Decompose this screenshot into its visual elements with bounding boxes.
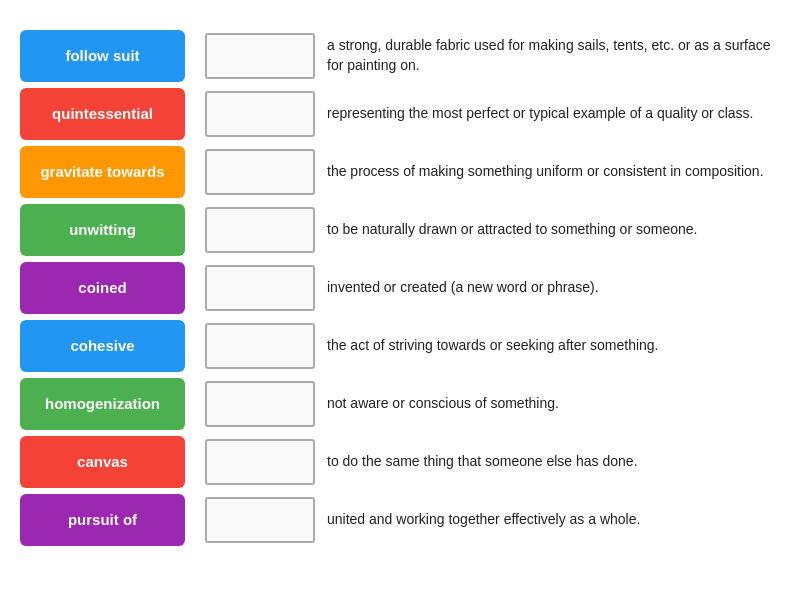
answer-box-2[interactable] — [205, 149, 315, 195]
answer-box-5[interactable] — [205, 323, 315, 369]
main-container: follow suitquintessentialgravitate towar… — [10, 10, 790, 590]
answer-box-4[interactable] — [205, 265, 315, 311]
match-row-3: to be naturally drawn or attracted to so… — [205, 204, 780, 256]
definition-text-5: the act of striving towards or seeking a… — [327, 336, 780, 356]
answer-box-6[interactable] — [205, 381, 315, 427]
definition-text-8: united and working together effectively … — [327, 510, 780, 530]
definition-text-7: to do the same thing that someone else h… — [327, 452, 780, 472]
definition-text-0: a strong, durable fabric used for making… — [327, 36, 780, 75]
answer-box-0[interactable] — [205, 33, 315, 79]
word-btn-cohesive[interactable]: cohesive — [20, 320, 185, 372]
answer-box-1[interactable] — [205, 91, 315, 137]
word-btn-follow-suit[interactable]: follow suit — [20, 30, 185, 82]
match-row-6: not aware or conscious of something. — [205, 378, 780, 430]
word-btn-quintessential[interactable]: quintessential — [20, 88, 185, 140]
words-column: follow suitquintessentialgravitate towar… — [20, 30, 185, 546]
answer-box-3[interactable] — [205, 207, 315, 253]
answer-box-8[interactable] — [205, 497, 315, 543]
match-row-1: representing the most perfect or typical… — [205, 88, 780, 140]
match-row-2: the process of making something uniform … — [205, 146, 780, 198]
match-row-4: invented or created (a new word or phras… — [205, 262, 780, 314]
definition-text-3: to be naturally drawn or attracted to so… — [327, 220, 780, 240]
definition-text-6: not aware or conscious of something. — [327, 394, 780, 414]
word-btn-coined[interactable]: coined — [20, 262, 185, 314]
definition-text-2: the process of making something uniform … — [327, 162, 780, 182]
match-row-8: united and working together effectively … — [205, 494, 780, 546]
match-row-5: the act of striving towards or seeking a… — [205, 320, 780, 372]
word-btn-gravitate-towards[interactable]: gravitate towards — [20, 146, 185, 198]
word-btn-homogenization[interactable]: homogenization — [20, 378, 185, 430]
answer-box-7[interactable] — [205, 439, 315, 485]
definition-text-1: representing the most perfect or typical… — [327, 104, 780, 124]
match-row-7: to do the same thing that someone else h… — [205, 436, 780, 488]
word-btn-unwitting[interactable]: unwitting — [20, 204, 185, 256]
definitions-column: a strong, durable fabric used for making… — [205, 30, 780, 546]
word-btn-canvas[interactable]: canvas — [20, 436, 185, 488]
definition-text-4: invented or created (a new word or phras… — [327, 278, 780, 298]
word-btn-pursuit-of[interactable]: pursuit of — [20, 494, 185, 546]
match-row-0: a strong, durable fabric used for making… — [205, 30, 780, 82]
